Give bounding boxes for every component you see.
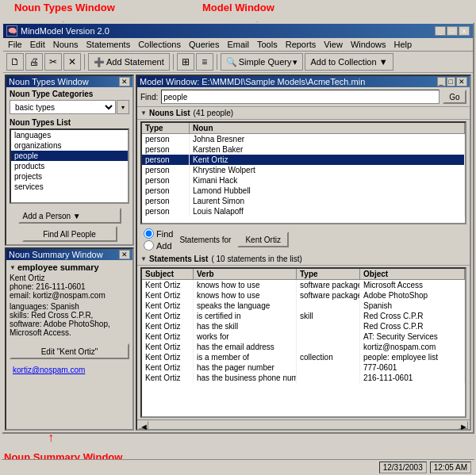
statement-row-7[interactable]: Kent Ortiz is a member of collection peo… — [142, 352, 465, 362]
noun-type-2: person — [142, 155, 190, 165]
noun-name-4: Kimani Hack — [190, 175, 465, 186]
person-name-btn[interactable]: Kent Ortiz — [237, 232, 288, 247]
summary-email-text: email: kortiz@nospam.com — [10, 291, 129, 300]
add-radio-label: Add — [156, 241, 172, 251]
find-input[interactable] — [161, 90, 440, 104]
radio-group: Find Add — [144, 228, 173, 251]
statements-for-label: Statements for — [179, 236, 231, 244]
list-item-services[interactable]: services — [11, 182, 128, 192]
email-link[interactable]: kortiz@nospam.com — [10, 366, 88, 374]
close-btn[interactable]: X — [459, 26, 470, 36]
delete-btn[interactable]: ✕ — [63, 53, 81, 71]
noun-type-7: person — [142, 206, 190, 216]
noun-row-0[interactable]: person Johna Bresner — [142, 134, 465, 144]
statement-row-4[interactable]: Kent Ortiz has the skill Red Cross C.P.R — [142, 321, 465, 331]
sep2 — [173, 54, 174, 70]
toolbar: 🗋 🖨 ✂ ✕ ➕ Add Statement ⊞ ≡ 🔍 Simple Que… — [3, 52, 473, 73]
statement-row-2[interactable]: Kent Ortiz speaks the language Spanish — [142, 301, 465, 311]
list-item-people[interactable]: people — [11, 151, 128, 161]
add-person-btn[interactable]: Add a Person ▼ — [18, 208, 121, 224]
menu-edit[interactable]: Edit — [27, 39, 48, 50]
noun-type-6: person — [142, 196, 190, 206]
noun-row-5[interactable]: person Lamond Hubbell — [142, 186, 465, 196]
model-window: Model Window: E:\MMMDI\Sample Models\Acm… — [136, 75, 471, 431]
th-noun[interactable]: Noun — [190, 123, 465, 133]
noun-row-7[interactable]: person Louis Nalapoff — [142, 206, 465, 216]
scroll-right-btn[interactable]: ► — [459, 421, 468, 429]
menu-help[interactable]: Help — [391, 39, 416, 50]
noun-row-2[interactable]: person Kent Ortiz — [142, 155, 465, 165]
summary-phone: phone: 216-111-0601 — [10, 282, 129, 291]
model-close[interactable]: ✕ — [456, 77, 467, 86]
find-radio[interactable] — [144, 228, 154, 239]
statements-list-label: Statements List — [149, 255, 208, 263]
h-scrollbar[interactable]: ◄ ► — [137, 419, 470, 429]
view-btn[interactable]: ≡ — [196, 53, 213, 71]
list-item-projects[interactable]: projects — [11, 171, 128, 182]
statements-count: ( 10 statements in the list) — [211, 255, 302, 263]
cut-btn[interactable]: ✂ — [44, 53, 62, 71]
menu-queries[interactable]: Queries — [186, 39, 223, 50]
scroll-left-btn[interactable]: ◄ — [139, 421, 148, 429]
grid-btn[interactable]: ⊞ — [177, 53, 194, 71]
noun-name-1: Karsten Baker — [190, 144, 465, 155]
noun-row-1[interactable]: person Karsten Baker — [142, 144, 465, 155]
menu-collections[interactable]: Collections — [135, 39, 184, 50]
noun-row-6[interactable]: person Laurent Simon — [142, 196, 465, 206]
menu-reports[interactable]: Reports — [282, 39, 320, 50]
category-select[interactable]: basic types — [10, 100, 116, 114]
statement-row-0[interactable]: Kent Ortiz knows how to use software pac… — [142, 280, 465, 290]
nouns-list-label: Nouns List — [149, 109, 190, 117]
model-maximize[interactable]: □ — [447, 77, 455, 86]
menu-view[interactable]: View — [321, 39, 346, 50]
statement-row-3[interactable]: Kent Ortiz is certified in skill Red Cro… — [142, 311, 465, 321]
find-label: Find: — [140, 93, 158, 102]
noun-name-3: Khrystine Wolpert — [190, 165, 465, 175]
add-collection-btn[interactable]: Add to Collection ▼ — [305, 53, 393, 71]
sth-verb[interactable]: Verb — [194, 269, 297, 279]
statements-table[interactable]: Subject Verb Type Object Kent Ortiz know… — [140, 267, 466, 418]
list-item-products[interactable]: products — [11, 161, 128, 171]
minimize-btn[interactable]: _ — [435, 26, 446, 36]
add-statement-btn[interactable]: ➕ Add Statement — [88, 53, 170, 71]
nouns-table[interactable]: Type Noun person Johna Bresner person Ka… — [140, 121, 466, 224]
menu-email[interactable]: Email — [224, 39, 252, 50]
category-dropdown-arrow[interactable]: ▾ — [117, 100, 129, 114]
statement-row-8[interactable]: Kent Ortiz has the pager number 777-0601 — [142, 362, 465, 373]
statement-row-5[interactable]: Kent Ortiz works for AT: Security Servic… — [142, 331, 465, 342]
list-item-languages[interactable]: languages — [11, 130, 128, 140]
statements-section-header: ▼ Statements List ( 10 statements in the… — [137, 253, 470, 266]
th-type[interactable]: Type — [142, 123, 190, 133]
sth-subject[interactable]: Subject — [142, 269, 194, 279]
menu-statements[interactable]: Statements — [83, 39, 134, 50]
menu-file[interactable]: File — [5, 39, 25, 50]
noun-summary-window: Noun Summary Window ✕ ▼ employee summary… — [5, 247, 134, 431]
maximize-btn[interactable]: □ — [447, 26, 458, 36]
menu-windows[interactable]: Windows — [347, 39, 390, 50]
new-btn[interactable]: 🗋 — [6, 53, 24, 71]
statement-row-6[interactable]: Kent Ortiz has the email address kortiz@… — [142, 342, 465, 352]
find-all-people-btn[interactable]: Find All People — [22, 226, 117, 242]
menu-tools[interactable]: Tools — [254, 39, 281, 50]
sth-object[interactable]: Object — [360, 269, 465, 279]
noun-types-close[interactable]: ✕ — [119, 77, 130, 86]
model-minimize[interactable]: _ — [437, 77, 446, 86]
noun-summary-close[interactable]: ✕ — [119, 250, 130, 259]
menu-bar: File Edit Nouns Statements Collections Q… — [3, 38, 473, 52]
go-btn[interactable]: Go — [443, 90, 466, 104]
noun-row-3[interactable]: person Khrystine Wolpert — [142, 165, 465, 175]
status-time: 12:05 AM — [430, 462, 471, 473]
statement-row-9[interactable]: Kent Ortiz has the business phone number… — [142, 373, 465, 383]
simple-query-btn[interactable]: 🔍 Simple Query ▾ — [221, 53, 304, 71]
noun-types-list[interactable]: languages organizations people products … — [10, 128, 129, 204]
noun-row-4[interactable]: person Kimani Hack — [142, 175, 465, 186]
edit-person-btn[interactable]: Edit "Kent Ortiz" — [10, 343, 129, 359]
print-btn[interactable]: 🖨 — [25, 53, 43, 71]
add-radio[interactable] — [144, 240, 154, 251]
menu-nouns[interactable]: Nouns — [50, 39, 82, 50]
noun-type-3: person — [142, 165, 190, 175]
statement-row-1[interactable]: Kent Ortiz knows how to use software pac… — [142, 290, 465, 301]
list-item-organizations[interactable]: organizations — [11, 140, 128, 151]
sth-type[interactable]: Type — [297, 269, 360, 279]
noun-types-window: Noun Types Window ✕ Noun Type Categories… — [5, 75, 134, 246]
